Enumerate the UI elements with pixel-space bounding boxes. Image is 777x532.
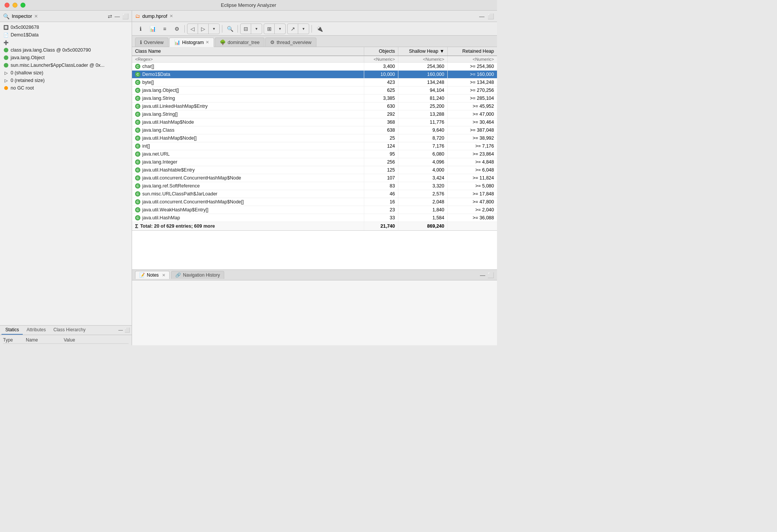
table-row[interactable]: C java.util.WeakHashMap$Entry[] 23 1,840… (132, 206, 497, 214)
table-row[interactable]: C java.lang.String[] 292 13,288 >= 47,00… (132, 110, 497, 118)
window-title: Eclipse Memory Analyzer (221, 2, 276, 8)
tab-notes[interactable]: 📝 Notes ✕ (135, 271, 170, 279)
total-objects: 21,740 (364, 222, 398, 230)
tree-item-address[interactable]: 🔲 0x5c0028678 (0, 24, 132, 31)
table-row[interactable]: C sun.misc.URLClassPath$JarLoader 46 2,5… (132, 190, 497, 198)
tab-dominator[interactable]: 🌳 dominator_tree (215, 38, 264, 47)
file-tab-close-icon[interactable]: ✕ (170, 14, 173, 19)
tab-nav-history[interactable]: 🔗 Navigation History (171, 271, 224, 279)
table-row[interactable]: C java.util.concurrent.ConcurrentHashMap… (132, 174, 497, 182)
td-class: C java.util.HashMap$Node (132, 118, 364, 126)
filter-button[interactable]: ⊟ (241, 24, 251, 34)
table-row[interactable]: C Demo1$Data 10,000 160,000 >= 160,000 (132, 71, 497, 79)
td-objects: 83 (364, 182, 398, 190)
file-header: 🗂 dump.hprof ✕ — ⬜ (132, 11, 497, 22)
search-button[interactable]: 🔍 (225, 24, 235, 34)
list-button[interactable]: ≡ (159, 24, 170, 34)
tree-item-shallow[interactable]: ▷ 0 (shallow size) (0, 69, 132, 77)
export-button[interactable]: ⊞ (264, 24, 275, 34)
table-row[interactable]: C java.util.HashMap$Node 368 11,776 >= 3… (132, 118, 497, 126)
notes-tab-close-icon[interactable]: ✕ (162, 273, 165, 278)
table-row[interactable]: C java.lang.ref.SoftReference 83 3,320 >… (132, 182, 497, 190)
table-row[interactable]: C java.lang.String 3,385 81,240 >= 285,1… (132, 94, 497, 102)
minimize-bottom-icon[interactable]: — (118, 327, 123, 333)
tab-attributes[interactable]: Attributes (23, 326, 50, 335)
tree-item-retained[interactable]: ▷ 0 (retained size) (0, 77, 132, 84)
toolbar-sep-3 (238, 25, 238, 33)
class-name: java.lang.String (142, 96, 175, 101)
th-class-name[interactable]: Class Name (132, 47, 364, 55)
td-objects: 625 (364, 87, 398, 94)
table-row[interactable]: C int[] 124 7,176 >= 7,176 (132, 142, 497, 150)
view-button[interactable]: ↗ (288, 24, 298, 34)
table-row[interactable]: C java.net.URL 95 6,080 >= 23,864 (132, 150, 497, 158)
td-class: C java.util.concurrent.ConcurrentHashMap… (132, 174, 364, 182)
tab-statics[interactable]: Statics (2, 326, 23, 335)
tab-thread[interactable]: ⚙ thread_overview (265, 38, 316, 47)
content-tabs: ℹ Overview 📊 Histogram ✕ 🌳 dominator_tre… (132, 36, 497, 47)
filter-dropdown-button[interactable]: ▼ (251, 24, 262, 34)
table-row[interactable]: C java.util.HashMap 33 1,584 >= 36,088 (132, 214, 497, 222)
table-row[interactable]: C java.util.HashMap$Node[] 25 8,720 >= 3… (132, 134, 497, 142)
settings-button[interactable]: ⚙ (171, 24, 182, 34)
histogram-tab-close[interactable]: ✕ (206, 40, 209, 45)
th-retained-heap[interactable]: Retained Heap (448, 47, 497, 55)
maximize-button[interactable] (20, 3, 25, 8)
export-dropdown-button[interactable]: ▼ (275, 24, 285, 34)
sh-objects-numeric: <Numeric> (364, 56, 398, 62)
inspector-close-icon[interactable]: ✕ (34, 14, 38, 19)
table-row[interactable]: C java.util.concurrent.ConcurrentHashMap… (132, 198, 497, 206)
tree-item-launcher[interactable]: sun.misc.Launcher$AppClassLoader @ 0x... (0, 61, 132, 69)
restore-panel-icon[interactable]: ⬜ (122, 13, 129, 19)
table-row[interactable]: C java.lang.Class 638 9,640 >= 387,048 (132, 126, 497, 134)
table-row[interactable]: C byte[] 423 134,248 >= 134,248 (132, 79, 497, 87)
tree-item-plus[interactable]: ➕ (0, 39, 132, 46)
sh-shallow-label: <Numeric> (423, 57, 444, 61)
plugin-button[interactable]: 🔌 (314, 24, 325, 34)
td-objects: 638 (364, 126, 398, 134)
sh-regex[interactable]: <Regex> (132, 56, 364, 62)
inspector-header: 🔍 Inspector ✕ ⇄ — ⬜ (0, 11, 132, 22)
inspector-label: Inspector (12, 13, 32, 19)
tree-item-java-object[interactable]: java.lang.Object (0, 54, 132, 61)
info-button[interactable]: ℹ (135, 24, 146, 34)
nav-forward-button[interactable]: ▷ (198, 24, 209, 34)
class-name: int[] (142, 143, 150, 149)
bottom-min-icon[interactable]: — (480, 272, 485, 278)
swap-icon[interactable]: ⇄ (108, 13, 112, 19)
class-icon: C (135, 199, 140, 205)
max-right-icon[interactable]: ⬜ (488, 13, 494, 19)
close-button[interactable] (5, 3, 9, 8)
tree-item-java-class[interactable]: class java.lang.Class @ 0x5c0020790 (0, 46, 132, 54)
toolbar-sep-4 (311, 25, 312, 33)
th-objects[interactable]: Objects (364, 47, 398, 55)
minimize-panel-icon[interactable]: — (115, 13, 120, 19)
tab-class-hierarchy[interactable]: Class Hierarchy (50, 326, 90, 335)
min-right-icon[interactable]: — (479, 13, 484, 19)
minimize-button[interactable] (13, 3, 17, 8)
td-objects: 95 (364, 150, 398, 158)
th-shallow-heap[interactable]: Shallow Heap ▼ (398, 47, 448, 55)
table-row[interactable]: C char[] 3,400 254,360 >= 254,360 (132, 63, 497, 71)
tab-histogram[interactable]: 📊 Histogram ✕ (169, 38, 214, 47)
tree-item-demo[interactable]: 📄 Demo1$Data (0, 31, 132, 39)
table-row[interactable]: C java.lang.Integer 256 4,096 >= 4,848 (132, 158, 497, 166)
table-row[interactable]: C java.lang.Object[] 625 94,104 >= 270,2… (132, 87, 497, 94)
td-shallow: 3,424 (398, 174, 448, 182)
td-shallow: 6,080 (398, 150, 448, 158)
tab-overview[interactable]: ℹ Overview (135, 38, 168, 47)
class-icon: C (135, 88, 140, 93)
class-name: java.lang.Class (142, 127, 175, 133)
bottom-max-icon[interactable]: ⬜ (488, 272, 494, 278)
td-objects: 124 (364, 142, 398, 150)
nav-dropdown-button[interactable]: ▼ (209, 24, 219, 34)
nav-history-tab-icon: 🔗 (175, 272, 181, 278)
view-dropdown-button[interactable]: ▼ (298, 24, 309, 34)
table-row[interactable]: C java.util.LinkedHashMap$Entry 630 25,2… (132, 102, 497, 110)
table-row[interactable]: C java.util.Hashtable$Entry 125 4,000 >=… (132, 166, 497, 174)
td-objects: 33 (364, 214, 398, 222)
restore-bottom-icon[interactable]: ⬜ (124, 327, 130, 333)
chart-button[interactable]: 📊 (147, 24, 158, 34)
nav-back-button[interactable]: ◁ (187, 24, 198, 34)
tree-item-gc-root[interactable]: no GC root (0, 84, 132, 92)
